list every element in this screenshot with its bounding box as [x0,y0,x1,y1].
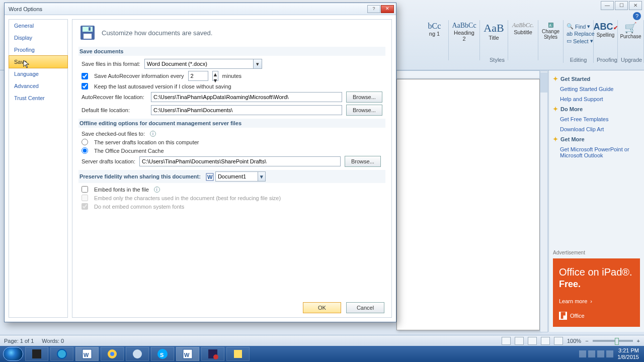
taskbar-app-1[interactable] [25,347,48,361]
browse-default-button[interactable]: Browse... [346,105,382,116]
taskbar-word-2[interactable]: W [176,347,199,361]
link-free-templates[interactable]: Get Free Templates [553,116,640,123]
style-sample[interactable]: AaBbCc [452,22,476,30]
chevron-down-icon[interactable]: ▾ [258,171,266,182]
svg-point-20 [213,354,218,359]
taskbar-skype[interactable]: S [151,347,174,361]
embed-chars-only-checkbox [82,195,88,201]
svg-text:W: W [207,174,213,180]
link-download-clip-art[interactable]: Download Clip Art [553,126,640,133]
replace-button[interactable]: ab Replace [567,31,595,37]
nav-save[interactable]: Save [9,55,68,68]
tray-icon[interactable] [597,350,604,357]
style-sample[interactable]: AaBbCc. [512,22,534,29]
zoom-out-button[interactable]: − [585,338,588,344]
maximize-button[interactable]: ☐ [615,1,628,10]
dialog-titlebar[interactable]: Word Options ? ✕ [5,3,396,15]
style-label: Subtitle [514,29,532,35]
default-location-input[interactable] [151,105,342,115]
link-get-powerpoint-outlook[interactable]: Get Microsoft PowerPoint or Microsoft Ou… [553,146,640,159]
embed-fonts-label: Embed fonts in the file [94,187,149,193]
taskbar-chrome[interactable] [101,347,124,361]
close-button[interactable]: ✕ [629,1,642,10]
scrollbar-thumb[interactable] [540,72,547,93]
select-button[interactable]: ▭ Select ▾ [567,38,593,44]
view-web-button[interactable] [528,337,537,345]
taskbar-word[interactable]: W [75,347,99,361]
dialog-help-button[interactable]: ? [367,5,380,13]
radio-office-cache[interactable] [82,147,88,154]
nav-general[interactable]: General [9,20,67,32]
taskbar-ie[interactable] [50,347,73,361]
start-button[interactable] [3,347,23,361]
minimize-button[interactable]: — [601,1,614,10]
default-location-label: Default file location: [82,107,147,113]
nav-language[interactable]: Language [9,68,67,80]
word-options-dialog: Word Options ? ✕ General Display Proofin… [4,3,396,322]
server-drafts-input[interactable] [139,156,341,166]
ad-learn-more[interactable]: Learn more› [559,298,634,305]
autorecover-checkbox[interactable] [82,73,88,79]
nav-proofing[interactable]: Proofing [9,44,67,56]
find-button[interactable]: 🔍 Find ▾ [567,23,590,30]
taskbar-app-8[interactable] [201,347,224,361]
autorecover-minutes-input[interactable] [188,71,208,81]
cancel-button[interactable]: Cancel [346,302,384,313]
keep-last-autosaved-checkbox[interactable] [82,83,88,89]
save-format-combo[interactable] [144,59,262,69]
autorecover-unit: minutes [222,73,242,79]
ruler-horizontal[interactable] [396,70,540,79]
document-page[interactable] [396,79,540,330]
link-getting-started-guide[interactable]: Getting Started Guide [553,85,640,93]
autorecover-location-input[interactable] [151,92,342,102]
dialog-close-button[interactable]: ✕ [381,5,394,13]
embed-fonts-checkbox[interactable] [82,186,88,193]
tray-icon[interactable] [606,350,613,357]
zoom-in-button[interactable]: + [637,338,640,344]
nav-trust-center[interactable]: Trust Center [9,92,67,104]
svg-point-13 [110,352,114,356]
help-icon[interactable]: i [150,131,156,137]
browse-server-drafts-button[interactable]: Browse... [345,156,381,167]
window-controls: — ☐ ✕ [601,1,642,10]
chevron-down-icon[interactable]: ▾ [253,59,262,69]
section-offline-editing: Offline editing options for document man… [78,119,385,128]
taskbar: W S W 3:21 PM1/8/2015 [0,346,644,362]
tray-icon[interactable] [588,350,595,357]
content-header: Customize how documents are saved. [102,29,212,37]
zoom-level[interactable]: 100% [567,338,581,344]
advertisement[interactable]: Office on iPad®. Free. Learn more› ▛Offi… [553,258,640,327]
browse-autorecover-button[interactable]: Browse... [346,92,382,103]
system-tray[interactable]: 3:21 PM1/8/2015 [579,347,641,360]
view-fullscreen-button[interactable] [515,337,524,345]
taskbar-notes[interactable] [226,347,250,361]
nav-advanced[interactable]: Advanced [9,80,67,92]
style-label: ng 1 [429,31,440,37]
link-help-support[interactable]: Help and Support [553,96,640,103]
purchase-button[interactable]: Purchase [620,34,641,39]
status-page[interactable]: Page: 1 of 1 [4,338,34,344]
style-sample[interactable]: AaB [484,22,504,35]
view-outline-button[interactable] [541,337,550,345]
nav-display[interactable]: Display [9,32,67,44]
style-sample[interactable]: bCc [428,22,441,31]
tray-date: 1/8/2015 [617,354,639,360]
embed-no-system-checkbox [82,203,88,210]
ad-title-line2: Free. [559,279,634,290]
radio-server-drafts[interactable] [82,139,88,145]
spinner-buttons[interactable]: ▲▼ [212,71,218,81]
view-draft-button[interactable] [554,337,563,345]
scrollbar-vertical[interactable] [540,71,548,332]
taskbar-app-5[interactable] [126,347,149,361]
zoom-slider[interactable] [593,340,633,342]
change-styles-icon: A [547,22,554,29]
view-print-layout-button[interactable] [502,337,511,345]
status-words[interactable]: Words: 0 [42,338,64,344]
tray-icon[interactable] [579,350,586,357]
ok-button[interactable]: OK [303,302,341,313]
change-styles-button[interactable]: Change Styles [541,29,560,40]
spelling-button[interactable]: Spelling [597,32,615,38]
help-icon[interactable]: i [154,187,160,193]
help-icon[interactable]: ? [633,12,641,20]
star-icon: ✦ [553,75,558,82]
